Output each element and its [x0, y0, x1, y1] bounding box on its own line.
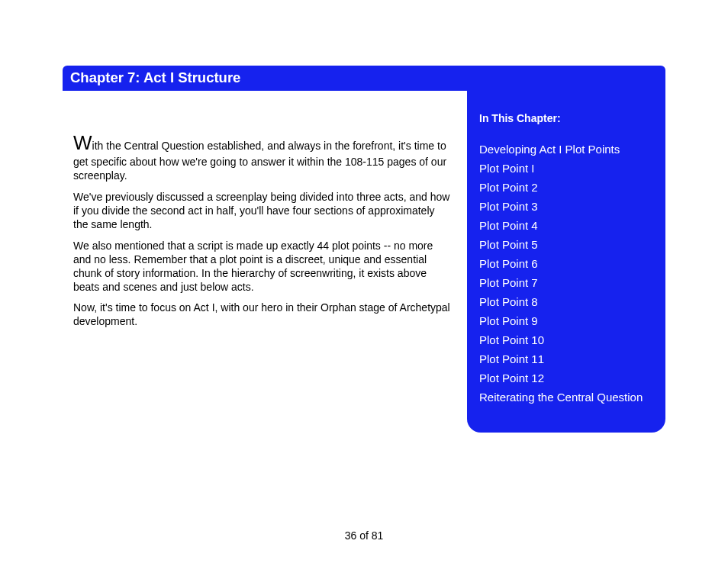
sidebar-item: Plot Point 3 [479, 200, 655, 213]
sidebar: In This Chapter: Developing Act I Plot P… [467, 91, 665, 433]
sidebar-item: Reiterating the Central Question [479, 391, 655, 404]
sidebar-item: Plot Point 12 [479, 372, 655, 384]
drop-cap: W [73, 131, 92, 154]
page-number: 36 of 81 [0, 529, 728, 542]
paragraph-3: We also mentioned that a script is made … [73, 240, 452, 294]
paragraph-2: We've previously discussed a screenplay … [73, 191, 452, 232]
page-content: Chapter 7: Act I Structure With the Cent… [63, 66, 665, 433]
sidebar-item: Developing Act I Plot Points [479, 143, 655, 156]
paragraph-1-rest: ith the Central Question established, an… [73, 140, 446, 182]
sidebar-item: Plot Point 6 [479, 257, 655, 270]
sidebar-item: Plot Point 8 [479, 295, 655, 308]
sidebar-item: Plot Point 7 [479, 276, 655, 289]
sidebar-item: Plot Point 11 [479, 352, 655, 365]
chapter-title: Chapter 7: Act I Structure [63, 66, 665, 91]
content-row: With the Central Question established, a… [63, 91, 665, 433]
paragraph-1: With the Central Question established, a… [73, 130, 452, 183]
sidebar-item: Plot Point 5 [479, 238, 655, 251]
body-text: With the Central Question established, a… [63, 91, 467, 433]
sidebar-item: Plot Point 4 [479, 219, 655, 232]
sidebar-item: Plot Point I [479, 162, 655, 175]
sidebar-item: Plot Point 2 [479, 181, 655, 194]
sidebar-item: Plot Point 9 [479, 314, 655, 327]
sidebar-heading: In This Chapter: [479, 112, 655, 124]
sidebar-item: Plot Point 10 [479, 333, 655, 346]
paragraph-4: Now, it's time to focus on Act I, with o… [73, 301, 452, 329]
